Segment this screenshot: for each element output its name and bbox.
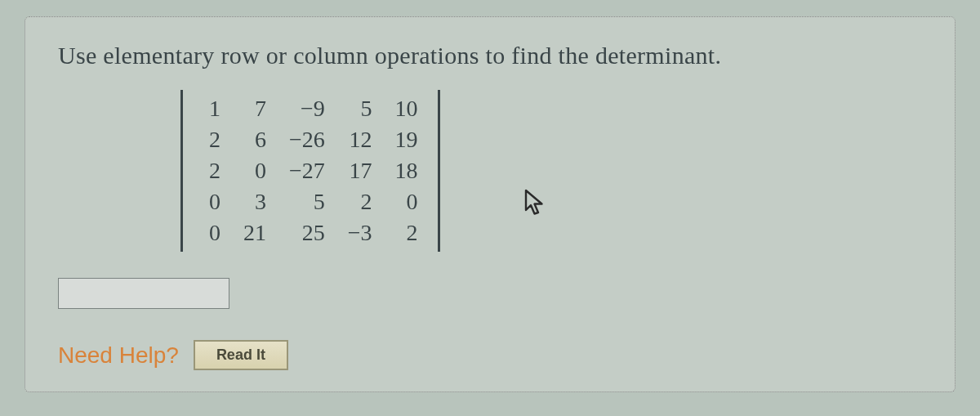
matrix-row: 2 0 −27 17 18: [191, 155, 430, 186]
matrix-cell: −3: [336, 217, 384, 248]
cursor-icon: [523, 188, 548, 221]
matrix-cell: 18: [384, 155, 430, 186]
matrix-row: 2 6 −26 12 19: [191, 124, 430, 155]
matrix-cell: 2: [384, 217, 430, 248]
matrix-cell: −26: [278, 124, 336, 155]
matrix-row: 0 21 25 −3 2: [191, 217, 430, 248]
matrix-cell: 6: [232, 124, 278, 155]
need-help-label: Need Help?: [58, 342, 179, 369]
matrix-cell: 12: [336, 124, 384, 155]
matrix-cell: 0: [232, 155, 278, 186]
help-row: Need Help? Read It: [58, 340, 922, 370]
matrix-cell: 25: [278, 217, 336, 248]
matrix-cell: 2: [191, 124, 232, 155]
matrix-cell: 0: [384, 186, 430, 217]
matrix-wrap: 1 7 −9 5 10 2 6 −26 12 19 2 0 −27: [180, 90, 440, 255]
matrix-cell: 0: [191, 217, 232, 248]
matrix-cell: 0: [191, 186, 232, 217]
question-prompt: Use elementary row or column operations …: [58, 42, 922, 69]
matrix-row: 0 3 5 2 0: [191, 186, 430, 217]
matrix-cell: 2: [191, 155, 232, 186]
matrix-cell: 10: [384, 93, 430, 124]
question-container: Use elementary row or column operations …: [24, 16, 956, 392]
matrix-cell: 19: [384, 124, 430, 155]
matrix-table: 1 7 −9 5 10 2 6 −26 12 19 2 0 −27: [191, 93, 430, 248]
matrix-cell: 7: [232, 93, 278, 124]
matrix-cell: 5: [278, 186, 336, 217]
matrix-cell: 21: [232, 217, 278, 248]
matrix-cell: 17: [336, 155, 384, 186]
matrix-cell: 1: [191, 93, 232, 124]
matrix-cell: −27: [278, 155, 336, 186]
determinant-matrix: 1 7 −9 5 10 2 6 −26 12 19 2 0 −27: [180, 90, 440, 252]
matrix-cell: −9: [278, 93, 336, 124]
matrix-cell: 2: [336, 186, 384, 217]
answer-input[interactable]: [58, 278, 229, 309]
read-it-button[interactable]: Read It: [194, 340, 288, 370]
matrix-cell: 5: [336, 93, 384, 124]
matrix-row: 1 7 −9 5 10: [191, 93, 430, 124]
matrix-cell: 3: [232, 186, 278, 217]
